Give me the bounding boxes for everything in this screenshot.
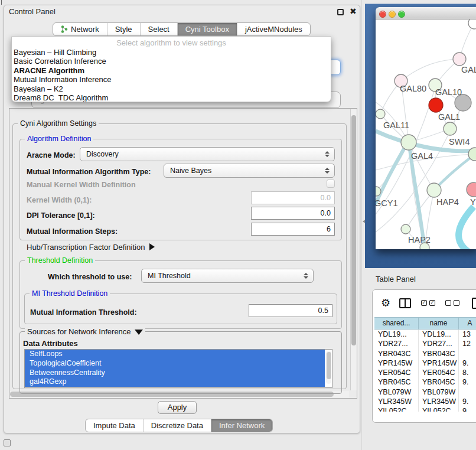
network-graph: GAL GAL80 GAL10 GAL11 GAL1 SWI4 GAL4 GCY… xyxy=(376,19,476,249)
mi-steps-field[interactable]: 6 xyxy=(251,223,335,236)
table-column-header[interactable]: name xyxy=(419,318,459,329)
node-partial-top[interactable] xyxy=(468,19,476,29)
zoom-window-icon[interactable] xyxy=(398,11,405,18)
data-attributes-items: SelfLoopsTopologicalCoefficientBetweenne… xyxy=(25,350,332,387)
algorithm-popup-item[interactable]: Bayesian – K2 xyxy=(12,84,331,93)
data-attributes-list[interactable]: SelfLoopsTopologicalCoefficientBetweenne… xyxy=(24,349,332,388)
control-panel-title: Control Panel xyxy=(9,7,56,16)
mi-threshold-field[interactable]: 0.5 xyxy=(249,304,332,317)
node-gal-partial[interactable] xyxy=(453,53,466,66)
manual-kernel-checkbox[interactable] xyxy=(327,180,335,188)
kernel-width-field[interactable]: 0.0 xyxy=(251,191,335,204)
algorithm-popup-item[interactable]: Dream8 DC_TDC Algorithm xyxy=(12,93,331,102)
expander-arrow-icon xyxy=(149,243,155,250)
tab-discretize-data[interactable]: Discretize Data xyxy=(143,419,211,432)
close-panel-icon[interactable]: ✖ xyxy=(350,6,357,16)
algorithm-popup-item[interactable]: Mutual Information Inference xyxy=(12,75,331,84)
mi-steps-label: Mutual Information Steps: xyxy=(27,227,118,236)
table-row[interactable]: YIL052CYIL052C9 xyxy=(374,406,476,412)
columns-icon[interactable] xyxy=(399,298,411,308)
data-attribute-item[interactable]: gal4RGexp xyxy=(25,377,325,387)
sources-title-row[interactable]: Sources for Network Inference xyxy=(25,327,145,336)
table-cell: 8. xyxy=(459,368,476,377)
which-threshold-value: MI Threshold xyxy=(148,272,191,280)
table-row[interactable]: YBR043CYBR043C xyxy=(374,349,476,358)
aracne-mode-label: Aracne Mode: xyxy=(27,151,76,159)
algorithm-popup-item[interactable]: ARACNE Algorithm xyxy=(12,66,331,75)
gear-icon[interactable]: ⚙ xyxy=(381,296,390,309)
tab-network-label: Network xyxy=(71,23,99,35)
table-row[interactable]: YBR045CYBR045C9. xyxy=(374,377,476,387)
label-gal11: GAL11 xyxy=(383,120,409,130)
apply-button[interactable]: Apply xyxy=(158,401,197,414)
dpi-tolerance-field[interactable]: 0.0 xyxy=(251,207,335,220)
node-gal11[interactable] xyxy=(376,109,385,119)
network-tab-icon xyxy=(61,25,68,33)
table-row[interactable]: YBL079WYBL079W xyxy=(374,387,476,397)
tab-network[interactable]: Network xyxy=(53,23,107,35)
export-table-icon[interactable] xyxy=(472,298,476,309)
tab-jactivemnodules[interactable]: jActiveMNodules xyxy=(237,23,310,35)
node-red-selected[interactable] xyxy=(429,98,443,112)
tab-cyni-toolbox[interactable]: Cyni Toolbox xyxy=(177,23,237,35)
dpi-tolerance-label: DPI Tolerance [0,1]: xyxy=(27,211,95,220)
node-gray[interactable] xyxy=(455,94,471,111)
network-canvas[interactable]: GAL GAL80 GAL10 GAL11 GAL1 SWI4 GAL4 GCY… xyxy=(376,19,476,249)
list-scrollbar-thumb[interactable] xyxy=(327,352,331,379)
data-attribute-item[interactable]: BetweennessCentrality xyxy=(25,369,325,378)
label-hap4: HAP4 xyxy=(436,197,459,207)
tab-impute-data[interactable]: Impute Data xyxy=(86,419,143,432)
label-gal4: GAL4 xyxy=(411,151,433,161)
float-panel-icon[interactable] xyxy=(337,9,344,15)
list-scrollbar[interactable] xyxy=(326,351,331,384)
deselect-all-icon[interactable] xyxy=(445,300,459,306)
table-row[interactable]: YDR27...YDR27...12 xyxy=(374,339,476,348)
top-left-tick xyxy=(1,0,2,5)
settings-vertical-scrollbar[interactable] xyxy=(350,109,357,390)
table-cell: YBR045C xyxy=(419,377,459,387)
mi-type-label: Mutual Information Algorithm Type: xyxy=(27,168,151,176)
node-gal4[interactable] xyxy=(401,135,416,150)
tab-select[interactable]: Select xyxy=(140,23,177,35)
table-row[interactable]: YPR145WYPR145W9. xyxy=(374,358,476,368)
close-window-icon[interactable] xyxy=(379,11,386,18)
table-row[interactable]: YLR345WYLR345W9. xyxy=(374,397,476,406)
tab-infer-network[interactable]: Infer Network xyxy=(211,419,272,432)
control-panel-tabbar: Network Style Select Cyni Toolbox jActiv… xyxy=(53,22,311,36)
table-column-header[interactable]: A xyxy=(459,318,476,329)
algorithm-popup-prompt: Select algorithm to view settings xyxy=(12,37,331,48)
network-window-titlebar[interactable] xyxy=(376,7,476,19)
table-cell xyxy=(459,349,476,358)
tab-style[interactable]: Style xyxy=(107,23,140,35)
table-cell: YER054C xyxy=(374,368,419,377)
application-window: Control Panel ✖ Network Style Select Cyn… xyxy=(0,0,476,450)
table-cell: 9. xyxy=(459,397,476,406)
table-row[interactable]: YDL19...YDL19...13 xyxy=(374,330,476,339)
which-threshold-combobox[interactable]: MI Threshold xyxy=(141,269,314,283)
table-column-header[interactable]: shared... xyxy=(374,318,419,329)
collapsed-panel-icon[interactable] xyxy=(4,439,11,446)
node-y-partial[interactable] xyxy=(467,182,476,197)
node-gal1[interactable] xyxy=(444,122,457,135)
minimize-window-icon[interactable] xyxy=(389,11,396,18)
table-toolbar: ⚙ ✓✓ xyxy=(373,290,476,316)
cyni-algorithm-settings-title: Cyni Algorithm Settings xyxy=(18,119,99,128)
table-panel-title: Table Panel xyxy=(376,275,416,283)
hub-definition-expander[interactable]: Hub/Transcription Factor Definition xyxy=(27,243,155,252)
node-hap4[interactable] xyxy=(427,183,441,197)
node-hap2[interactable] xyxy=(401,224,410,234)
table-cell: YDL19... xyxy=(419,330,459,339)
data-attribute-item[interactable]: TopologicalCoefficient xyxy=(25,359,325,369)
algorithm-popup-item[interactable]: Basic Correlation Inference xyxy=(12,57,331,66)
settings-vertical-thumb[interactable] xyxy=(351,115,356,345)
table-cell: 9. xyxy=(459,358,476,368)
table-cell: 12 xyxy=(459,339,476,348)
table-cell: YIL052C xyxy=(419,406,459,412)
aracne-mode-combobox[interactable]: Discovery xyxy=(80,147,335,161)
select-all-icon[interactable]: ✓✓ xyxy=(421,300,435,306)
algorithm-popup-item[interactable]: Bayesian – Hill Climbing xyxy=(12,48,331,57)
table-row[interactable]: YER054CYER054C8. xyxy=(374,368,476,377)
data-attribute-item[interactable]: SelfLoops xyxy=(25,350,325,359)
network-nodes[interactable] xyxy=(376,19,476,249)
mi-type-combobox[interactable]: Naive Bayes xyxy=(164,164,335,178)
